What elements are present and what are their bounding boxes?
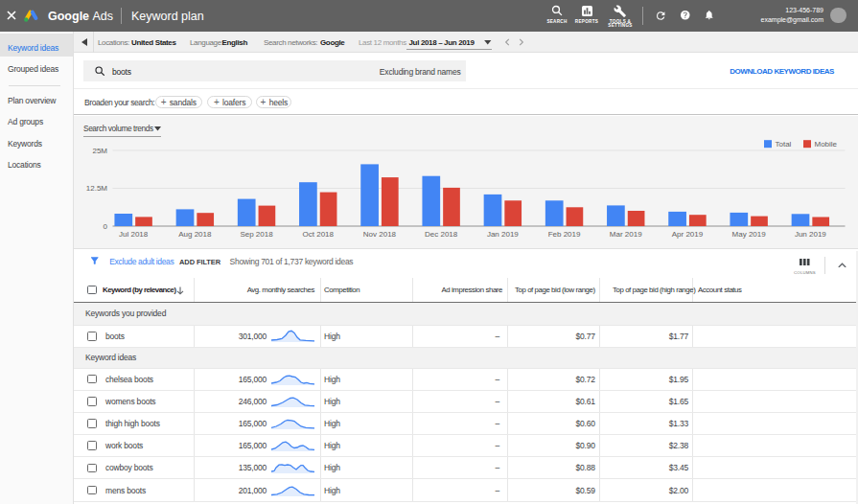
svg-text:Jun 2019: Jun 2019 bbox=[795, 230, 826, 239]
svg-text:Mobile: Mobile bbox=[815, 140, 838, 149]
svg-text:Jan 2019: Jan 2019 bbox=[487, 230, 519, 239]
svg-text:25M: 25M bbox=[92, 147, 107, 155]
svg-text:Oct 2018: Oct 2018 bbox=[303, 230, 335, 239]
svg-text:Mar 2019: Mar 2019 bbox=[610, 230, 642, 239]
svg-text:Jul 2018: Jul 2018 bbox=[119, 230, 149, 239]
svg-text:Total: Total bbox=[776, 140, 792, 149]
svg-text:Apr 2019: Apr 2019 bbox=[672, 230, 704, 239]
svg-text:May 2019: May 2019 bbox=[732, 230, 767, 239]
svg-text:Nov 2018: Nov 2018 bbox=[363, 230, 397, 239]
svg-text:Aug 2018: Aug 2018 bbox=[178, 230, 212, 239]
svg-text:Dec 2018: Dec 2018 bbox=[425, 230, 458, 239]
svg-text:Sep 2018: Sep 2018 bbox=[240, 230, 273, 239]
svg-text:0: 0 bbox=[104, 222, 108, 231]
svg-text:Feb 2019: Feb 2019 bbox=[548, 230, 581, 239]
svg-text:12.5M: 12.5M bbox=[86, 184, 108, 193]
